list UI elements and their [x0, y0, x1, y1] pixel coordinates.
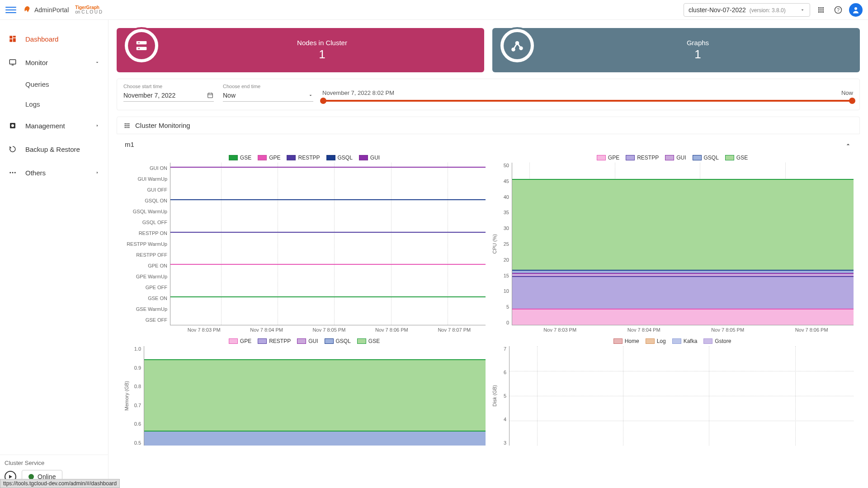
svg-rect-3 [9, 36, 12, 38]
y-axis: 50454035302520151050 [498, 163, 512, 325]
card-value: 1 [536, 47, 860, 61]
x-axis: Nov 7 8:03 PMNov 7 8:04 PMNov 7 8:05 PMN… [123, 327, 486, 333]
svg-rect-21 [208, 93, 213, 98]
sidebar: Dashboard Monitor Queries Logs Managemen… [0, 20, 108, 488]
svg-point-11 [9, 172, 11, 174]
more-icon [8, 168, 17, 177]
field-value: November 7, 2022 [123, 92, 175, 99]
apps-icon[interactable] [815, 4, 827, 16]
y-axis-label: Disk (GB) [491, 385, 498, 407]
sidebar-item-label: Dashboard [25, 35, 100, 43]
card-value: 1 [160, 47, 484, 61]
legend-memory: GPE RESTPP GUI GSQL GSE [123, 338, 486, 344]
tigergraph-logo-icon [23, 5, 32, 14]
brand-subtext: TigerGraph on C L O U D [75, 5, 102, 14]
grid-icon [123, 122, 131, 129]
chart-service-status: GSE GPE RESTPP GSQL GUI GUI ONGUI WarmUp… [123, 155, 486, 333]
svg-rect-5 [13, 38, 16, 42]
end-time-field[interactable]: Choose end time Now [223, 84, 313, 102]
help-icon[interactable]: ? [832, 4, 844, 16]
dashboard-icon [8, 34, 17, 43]
node-row[interactable]: m1 [117, 134, 860, 155]
sidebar-item-label: Monitor [25, 59, 86, 66]
card-title: Nodes in Cluster [160, 39, 484, 47]
chevron-down-icon [308, 93, 313, 98]
status-bar-url: ttps://tools.tgcloud-dev.com/admin/#/das… [0, 479, 120, 488]
chart-cpu: GPE RESTPP GUI GSQL GSE CPU (%) 50454035… [491, 155, 854, 333]
legend-cpu: GPE RESTPP GUI GSQL GSE [491, 155, 854, 161]
field-label: Choose start time [123, 84, 214, 89]
sidebar-item-backup[interactable]: Backup & Restore [0, 137, 108, 161]
node-name: m1 [125, 141, 134, 148]
svg-point-16 [138, 42, 140, 43]
svg-point-10 [11, 124, 14, 127]
y-axis: 1.00.90.80.70.60.5 [130, 346, 144, 446]
slider-end-label: Now [841, 89, 853, 96]
svg-point-2 [854, 7, 857, 10]
sidebar-item-label: Queries [25, 80, 49, 88]
cluster-monitoring-header: Cluster Monitoring [117, 117, 860, 134]
cluster-version: (version: 3.8.0) [750, 7, 786, 14]
cluster-service-label: Cluster Service [5, 460, 104, 466]
chevron-down-icon [94, 60, 100, 65]
svg-point-13 [14, 172, 16, 174]
chevron-right-icon [94, 123, 100, 128]
svg-rect-8 [12, 65, 14, 66]
start-time-field[interactable]: Choose start time November 7, 2022 [123, 84, 214, 102]
card-nodes[interactable]: Nodes in Cluster 1 [117, 28, 484, 72]
chart-memory: GPE RESTPP GUI GSQL GSE Memory (GB) 1.00… [123, 338, 486, 446]
plot-area [144, 346, 486, 446]
field-label: Choose end time [223, 84, 313, 89]
chevron-down-icon [800, 7, 805, 13]
slider-thumb-right[interactable] [849, 98, 855, 104]
field-value: Now [223, 92, 236, 99]
legend-status: GSE GPE RESTPP GSQL GUI [123, 155, 486, 161]
sidebar-item-label: Logs [25, 100, 40, 108]
sidebar-item-queries[interactable]: Queries [0, 74, 108, 94]
avatar[interactable] [849, 3, 863, 17]
section-title: Cluster Monitoring [135, 122, 190, 129]
sidebar-item-dashboard[interactable]: Dashboard [0, 27, 108, 51]
svg-rect-7 [9, 60, 16, 64]
calendar-icon [207, 92, 214, 99]
y-axis: GUI ONGUI WarmUpGUI OFF GSQL ONGSQL Warm… [123, 163, 170, 325]
x-axis: Nov 7 8:03 PMNov 7 8:04 PMNov 7 8:05 PMN… [491, 327, 854, 333]
sidebar-item-logs[interactable]: Logs [0, 94, 108, 114]
plot-area [170, 163, 486, 325]
legend-disk: Home Log Kafka Gstore [491, 338, 854, 344]
slider-start-label: November 7, 2022 8:02 PM [322, 89, 394, 96]
svg-rect-15 [137, 47, 147, 50]
management-icon [8, 121, 17, 130]
plot-area [512, 163, 854, 325]
sidebar-item-management[interactable]: Management [0, 114, 108, 137]
main-content: Nodes in Cluster 1 Graphs 1 Choose start… [108, 20, 868, 488]
slider-track [322, 100, 853, 102]
cluster-name: cluster-Nov-07-2022 [689, 6, 746, 14]
restore-icon [8, 145, 17, 154]
sidebar-item-label: Others [25, 169, 86, 177]
appbar: AdminPortal TigerGraph on C L O U D clus… [0, 0, 868, 20]
y-axis-label: CPU (%) [491, 234, 498, 253]
svg-text:?: ? [837, 7, 840, 13]
cluster-selector[interactable]: cluster-Nov-07-2022 (version: 3.8.0) [684, 3, 810, 17]
sidebar-item-label: Management [25, 122, 86, 130]
time-range-panel: Choose start time November 7, 2022 Choos… [117, 79, 860, 110]
graphs-medal-icon [499, 27, 536, 64]
sidebar-item-others[interactable]: Others [0, 161, 108, 184]
monitor-icon [8, 58, 17, 67]
menu-toggle-icon[interactable] [5, 5, 16, 15]
time-slider[interactable]: November 7, 2022 8:02 PM Now [322, 87, 853, 102]
card-title: Graphs [536, 39, 860, 47]
y-axis: 76543 [498, 346, 509, 446]
sidebar-item-monitor[interactable]: Monitor [0, 51, 108, 74]
svg-rect-4 [13, 36, 16, 38]
svg-rect-14 [137, 41, 147, 44]
chevron-up-icon [844, 141, 852, 148]
slider-thumb-left[interactable] [320, 98, 326, 104]
chart-disk: Home Log Kafka Gstore Disk (GB) 76543 [491, 338, 854, 446]
svg-point-12 [12, 172, 14, 174]
svg-point-17 [138, 48, 140, 49]
svg-rect-6 [9, 39, 12, 42]
card-graphs[interactable]: Graphs 1 [492, 28, 860, 72]
y-axis-label: Memory (GB) [123, 381, 130, 411]
